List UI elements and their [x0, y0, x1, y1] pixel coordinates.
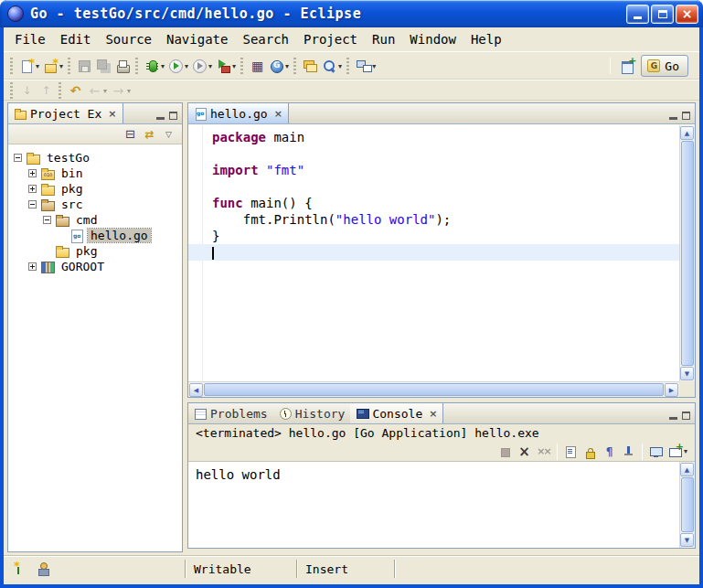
collapse-all-button[interactable]: [121, 125, 140, 144]
tree-item-cmd[interactable]: cmd: [8, 212, 182, 228]
titlebar[interactable]: Go - testGo/src/cmd/hello.go - Eclipse ×: [0, 0, 703, 27]
external-tools-button[interactable]: ▾: [214, 55, 238, 77]
tree-expander-icon[interactable]: [14, 154, 22, 162]
run-last-button-dropdown[interactable]: ▾: [208, 62, 212, 70]
minimize-editor-icon[interactable]: [669, 117, 677, 120]
tree-item-hello-go[interactable]: hello.go: [8, 228, 182, 243]
scroll-up-icon[interactable]: ▲: [680, 463, 694, 476]
team-sync-button-dropdown[interactable]: ▾: [372, 62, 376, 70]
maximize-button[interactable]: [651, 5, 674, 24]
tree-expander-icon[interactable]: [28, 185, 37, 193]
new-wizard-button-dropdown[interactable]: ▾: [36, 62, 39, 70]
tab-problems[interactable]: Problems: [188, 403, 273, 423]
scroll-down-icon[interactable]: ▼: [680, 367, 694, 380]
menu-item-source[interactable]: Source: [98, 29, 159, 49]
tab-console[interactable]: Console×: [350, 403, 443, 423]
close-console-tab-icon[interactable]: ×: [429, 408, 437, 420]
team-status-icon[interactable]: [36, 561, 51, 576]
tree-expander-icon[interactable]: [28, 200, 37, 208]
search-button[interactable]: ▾: [320, 55, 344, 77]
code-line-5[interactable]: func main() {: [188, 195, 679, 211]
console-vertical-scrollbar[interactable]: ▲ ▼: [679, 462, 695, 548]
tree-item-src[interactable]: src: [8, 197, 182, 212]
code-editor[interactable]: package mainimport "fmt"func main() { fm…: [188, 125, 695, 397]
open-console-button[interactable]: ▾: [666, 441, 689, 463]
view-menu-button[interactable]: [159, 125, 178, 144]
code-line-6[interactable]: fmt.Println("hello world");: [188, 211, 679, 228]
menu-item-help[interactable]: Help: [463, 29, 509, 49]
code-line-4[interactable]: [188, 178, 679, 195]
menu-item-search[interactable]: Search: [235, 29, 296, 49]
close-project-explorer-icon[interactable]: ×: [108, 108, 116, 120]
tab-history[interactable]: History: [273, 403, 351, 423]
open-perspective-button[interactable]: [618, 55, 637, 77]
remove-launch-button[interactable]: [515, 441, 534, 463]
close-editor-tab-icon[interactable]: ×: [274, 108, 282, 120]
menu-item-project[interactable]: Project: [296, 29, 365, 49]
new-go-app-button[interactable]: [248, 55, 267, 77]
tab-hello-go[interactable]: hello.go ×: [188, 103, 289, 123]
editor-vertical-scrollbar[interactable]: ▲ ▼: [679, 125, 695, 381]
minimize-button[interactable]: [626, 5, 649, 24]
fast-view-icon[interactable]: [11, 561, 27, 576]
menu-item-edit[interactable]: Edit: [53, 29, 99, 49]
code-line-7[interactable]: }: [188, 228, 679, 244]
display-selected-console-button[interactable]: [646, 441, 666, 463]
open-console-button-dropdown[interactable]: ▾: [684, 447, 687, 455]
code-line-8[interactable]: [188, 244, 679, 261]
scroll-left-icon[interactable]: ◀: [189, 383, 203, 397]
new-go-element-button[interactable]: ▾: [41, 55, 65, 77]
last-edit-location-button[interactable]: [66, 80, 85, 102]
tree-expander-icon[interactable]: [28, 169, 37, 177]
menu-item-run[interactable]: Run: [365, 29, 402, 49]
open-resource-button[interactable]: [301, 55, 320, 77]
code-line-1[interactable]: package main: [188, 129, 679, 145]
minimize-console-icon[interactable]: [669, 417, 677, 420]
tree-expander-icon[interactable]: [28, 262, 37, 271]
scrollbar-thumb[interactable]: [204, 383, 664, 396]
editor-horizontal-scrollbar[interactable]: ◀ ▶: [188, 381, 679, 397]
pin-console-button[interactable]: [619, 441, 638, 463]
maximize-view-icon[interactable]: [169, 112, 177, 120]
menu-item-window[interactable]: Window: [402, 29, 463, 49]
tree-expander-icon[interactable]: [43, 216, 51, 224]
new-go-element-button-dropdown[interactable]: ▾: [59, 62, 63, 70]
tree-item-pkg[interactable]: pkg: [8, 243, 182, 259]
code-line-2[interactable]: [188, 145, 679, 162]
scroll-down-icon[interactable]: ▼: [680, 533, 694, 547]
scroll-up-icon[interactable]: ▲: [680, 126, 694, 140]
new-wizard-button[interactable]: ▾: [17, 55, 41, 77]
run-last-button[interactable]: ▾: [190, 55, 214, 77]
close-button[interactable]: ×: [676, 5, 698, 24]
scroll-lock-button[interactable]: [581, 441, 600, 463]
menu-item-navigate[interactable]: Navigate: [159, 29, 235, 49]
tree-item-testgo[interactable]: testGo: [8, 150, 182, 166]
print-button[interactable]: [113, 55, 133, 77]
menu-item-file[interactable]: File: [7, 29, 53, 49]
search-button-dropdown[interactable]: ▾: [338, 62, 342, 70]
tree-item-goroot[interactable]: GOROOT: [8, 259, 182, 274]
tab-project-explorer[interactable]: Project Ex ×: [8, 103, 123, 123]
tree-item-pkg[interactable]: pkg: [8, 181, 182, 197]
go-perspective-button[interactable]: G Go: [641, 55, 688, 77]
run-button[interactable]: ▾: [166, 55, 190, 77]
word-wrap-button[interactable]: [600, 441, 619, 463]
clear-console-button[interactable]: [561, 441, 581, 463]
tree-item-bin[interactable]: bin: [8, 166, 182, 181]
run-button-dropdown[interactable]: ▾: [185, 62, 188, 70]
debug-button[interactable]: ▾: [143, 55, 166, 77]
console-output-area[interactable]: hello world ▲ ▼: [188, 461, 695, 548]
go-web-button[interactable]: ▾: [267, 55, 291, 77]
go-web-button-dropdown[interactable]: ▾: [285, 62, 289, 70]
external-tools-button-dropdown[interactable]: ▾: [232, 62, 236, 70]
scrollbar-thumb[interactable]: [681, 141, 694, 366]
scrollbar-thumb[interactable]: [681, 477, 694, 532]
code-line-3[interactable]: import "fmt": [188, 162, 679, 178]
team-sync-button[interactable]: ▾: [354, 55, 378, 77]
link-with-editor-button[interactable]: [140, 125, 159, 144]
debug-button-dropdown[interactable]: ▾: [161, 62, 165, 70]
minimize-view-icon[interactable]: [156, 117, 165, 120]
maximize-console-icon[interactable]: [682, 412, 690, 420]
maximize-editor-icon[interactable]: [682, 112, 690, 120]
scroll-right-icon[interactable]: ▶: [665, 383, 678, 397]
